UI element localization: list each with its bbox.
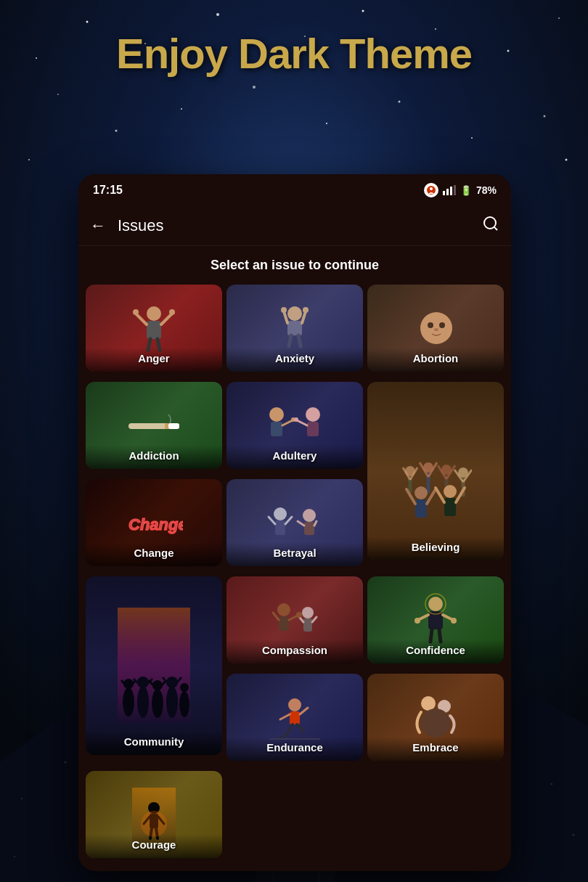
svg-line-51 [289,335,291,346]
svg-point-16 [471,137,473,139]
grid-item-betrayal[interactable]: Betrayal [226,479,363,566]
svg-point-55 [439,322,445,328]
svg-line-62 [282,420,293,425]
svg-point-94 [274,507,287,520]
hero-title: Enjoy Dark Theme [0,29,588,78]
svg-rect-59 [168,423,179,429]
svg-line-40 [161,314,172,324]
svg-point-19 [565,159,568,161]
svg-line-142 [300,708,308,714]
grid-item-endurance[interactable]: Endurance [226,674,363,761]
grid-item-anxiety[interactable]: Anxiety [226,285,363,372]
svg-line-144 [297,724,303,732]
grid-label-addiction: Addiction [86,445,222,469]
svg-text:Change: Change [128,515,183,534]
grid-label-anger: Anger [86,348,222,372]
svg-point-67 [294,417,298,422]
svg-point-14 [326,123,327,124]
grid-label-confidence: Confidence [367,640,504,663]
svg-point-135 [451,618,457,624]
svg-point-45 [287,306,302,321]
battery-level: 78% [476,184,497,196]
svg-point-108 [137,677,149,688]
svg-point-139 [288,698,301,711]
phone-frame: 17:15 🔋 78% ← Issues [78,174,511,871]
grid-item-abortion[interactable]: Abortion [367,285,504,372]
grid-label-abortion: Abortion [367,348,504,372]
page-subtitle: Select an issue to continue [78,246,511,282]
svg-point-115 [166,686,178,718]
svg-line-39 [136,314,147,324]
svg-line-100 [298,521,304,526]
svg-line-96 [269,517,275,524]
back-button[interactable]: ← [90,216,106,235]
status-icons: 🔋 78% [424,183,497,197]
grid-item-compassion[interactable]: Compassion [226,576,363,663]
grid-item-courage[interactable]: Courage [86,771,222,858]
grid-label-betrayal: Betrayal [226,542,363,566]
grid-label-endurance: Endurance [226,737,363,761]
svg-line-66 [297,420,307,425]
svg-line-97 [285,517,292,524]
svg-point-4 [216,13,219,16]
grid-item-addiction[interactable]: Addiction [86,382,222,469]
svg-point-49 [281,307,287,313]
svg-point-11 [115,130,118,132]
grid-label-change: Change [86,542,222,566]
svg-rect-34 [454,185,456,195]
svg-point-17 [544,115,546,118]
svg-point-9 [558,17,560,19]
status-bar: 17:15 🔋 78% [78,174,511,206]
grid-item-adultery[interactable]: Adultery [226,382,363,469]
svg-point-111 [152,689,163,718]
svg-point-54 [428,322,433,328]
svg-rect-65 [307,422,319,436]
grid-item-embrace[interactable]: Embrace [367,674,504,761]
svg-point-30 [430,187,433,190]
svg-point-10 [57,94,59,95]
svg-rect-122 [279,616,289,631]
svg-point-119 [179,691,189,717]
svg-point-6 [362,10,364,12]
svg-line-128 [312,617,317,622]
svg-rect-61 [271,422,282,436]
svg-point-149 [421,709,450,738]
grid-label-believing: Believing [367,536,504,560]
svg-point-147 [421,696,436,711]
battery-icon: 🔋 [460,185,472,196]
search-button[interactable] [482,215,499,237]
svg-point-107 [137,686,149,718]
svg-rect-38 [147,321,161,339]
svg-point-64 [306,407,320,422]
grid-item-confidence[interactable]: Confidence [367,576,504,663]
svg-line-141 [280,714,290,719]
grid-item-believing[interactable]: Believing [367,382,504,560]
svg-point-134 [415,618,420,624]
svg-point-15 [399,101,401,103]
svg-point-2 [86,21,89,23]
page-title: Issues [118,216,470,235]
svg-point-56 [434,328,438,331]
grid-item-anger[interactable]: Anger [86,285,222,372]
svg-rect-85 [415,499,427,518]
svg-rect-89 [444,498,456,516]
svg-point-35 [484,217,496,229]
issues-grid: Anger Anxiety [78,282,511,867]
svg-rect-57 [128,423,168,429]
svg-rect-46 [287,321,302,335]
svg-rect-126 [303,618,312,632]
svg-point-125 [302,607,314,618]
svg-rect-31 [443,191,445,195]
svg-point-130 [428,597,443,611]
status-time: 17:15 [93,184,123,197]
svg-rect-32 [446,189,449,195]
grid-item-change[interactable]: Change Change Change [86,479,222,566]
grid-item-community[interactable]: Community [86,576,222,755]
svg-point-157 [141,811,167,837]
svg-point-60 [269,407,284,422]
app-icon [424,183,438,197]
grid-label-community: Community [86,731,222,755]
svg-line-90 [436,488,444,502]
svg-rect-99 [304,522,314,535]
svg-point-12 [181,108,182,110]
